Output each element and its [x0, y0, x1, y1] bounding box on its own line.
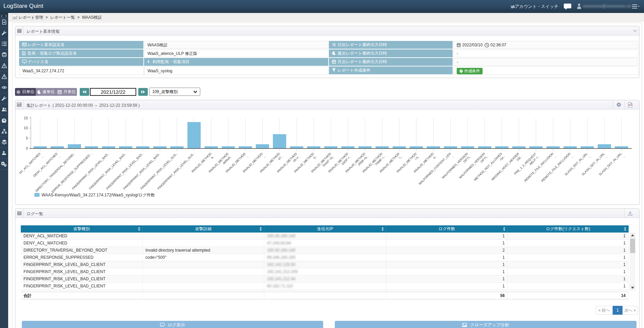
svg-text:FINGERPRINT_RISK_LEVEL_SUS..: FINGERPRINT_RISK_LEVEL_SUS..	[157, 152, 195, 190]
svg-text:..: ..	[41, 155, 44, 159]
svg-text:..: ..	[246, 155, 249, 159]
svg-text:10: 10	[24, 126, 28, 130]
svg-text:FINGERPRINT_RISK_LEVEL_BAD..: FINGERPRINT_RISK_LEVEL_BAD..	[89, 152, 127, 190]
svg-text:..: ..	[587, 155, 591, 159]
svg-text:..: ..	[263, 155, 266, 159]
svg-text:5: 5	[26, 136, 28, 140]
svg-text:..: ..	[58, 155, 61, 159]
svg-text:METHOD_NOT_ALLOWED: METHOD_NOT_ALLOWED	[473, 152, 503, 182]
svg-text:FINGERPRINT_RISK_LEVEL_SUS..: FINGERPRINT_RISK_LEVEL_SUS..	[140, 152, 178, 190]
svg-text:MISSING_HOST_HEADER: MISSING_HOST_HEADER	[491, 152, 520, 181]
svg-text:..: ..	[451, 155, 454, 159]
svg-text:FINGERPRINT_RISK_LEVEL_BAD..: FINGERPRINT_RISK_LEVEL_BAD..	[123, 152, 161, 190]
svg-text:..: ..	[553, 155, 557, 159]
svg-text:..: ..	[604, 155, 608, 159]
svg-text:FINGERPRINT_RISK_LEVEL_BAD..: FINGERPRINT_RISK_LEVEL_BAD..	[106, 152, 144, 190]
svg-text:..: ..	[570, 155, 574, 159]
svg-text:0: 0	[26, 146, 28, 150]
svg-text:..: ..	[622, 155, 625, 159]
svg-text:15: 15	[24, 116, 28, 120]
svg-text:FINGERPRINT_RISK_LEVEL_BAD..: FINGERPRINT_RISK_LEVEL_BAD..	[71, 152, 109, 190]
